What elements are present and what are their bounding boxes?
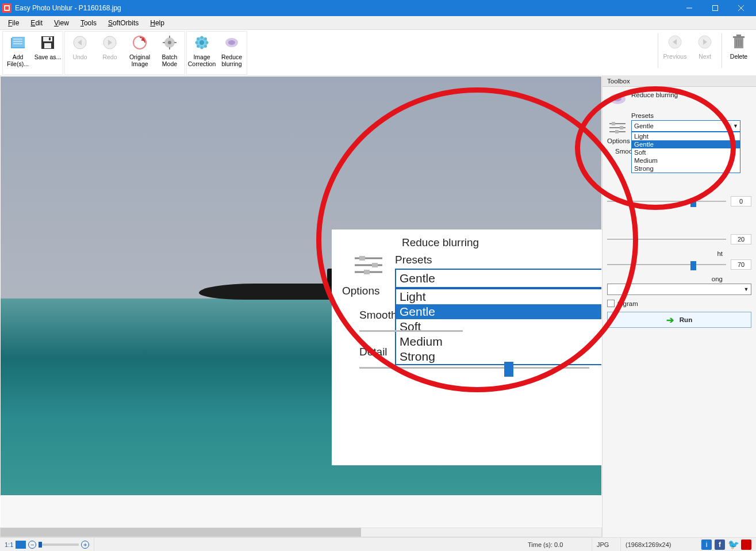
zoom-in-icon[interactable]: + bbox=[81, 541, 89, 549]
previous-icon bbox=[666, 33, 684, 51]
horizontal-scrollbar[interactable] bbox=[0, 527, 602, 537]
reduce-blurring-icon bbox=[222, 34, 241, 51]
slider-b[interactable] bbox=[607, 260, 726, 269]
previous-label: Previous bbox=[663, 53, 688, 60]
presets-dropdown: Light Gentle Soft Medium Strong bbox=[631, 132, 740, 173]
svg-rect-57 bbox=[615, 130, 619, 133]
zoom-preset-option[interactable]: Light bbox=[396, 289, 601, 304]
menu-tools[interactable]: Tools bbox=[77, 18, 100, 28]
reduce-blurring-button[interactable]: Reduce blurring bbox=[217, 32, 247, 74]
run-button[interactable]: ➔ Run bbox=[607, 312, 751, 328]
run-label: Run bbox=[680, 316, 692, 323]
run-arrow-icon: ➔ bbox=[666, 315, 674, 326]
svg-rect-7 bbox=[12, 37, 25, 47]
chevron-down-icon: ▼ bbox=[731, 123, 740, 129]
preset-option[interactable]: Medium bbox=[632, 156, 740, 164]
detail-slider[interactable] bbox=[607, 197, 726, 206]
fit-icon[interactable] bbox=[16, 541, 26, 549]
chevron-down-icon: ▼ bbox=[742, 286, 751, 292]
menu-help[interactable]: Help bbox=[147, 18, 168, 28]
svg-rect-13 bbox=[44, 43, 51, 48]
svg-rect-14 bbox=[49, 37, 51, 40]
zoom-annotation-panel: Reduce blurring Options Presets Gentle ▼ bbox=[332, 229, 601, 465]
window-title: Easy Photo Unblur - P1160168.jpg bbox=[15, 4, 676, 12]
add-files-icon bbox=[9, 34, 27, 51]
redo-button[interactable]: Redo bbox=[95, 32, 125, 74]
previous-button[interactable]: Previous bbox=[660, 31, 690, 74]
status-format: JPG bbox=[592, 538, 621, 551]
slider-a-value[interactable]: 20 bbox=[731, 234, 751, 244]
delete-button[interactable]: Delete bbox=[724, 31, 754, 74]
image-correction-button[interactable]: Image Correction bbox=[187, 32, 217, 74]
batch-mode-button[interactable]: Batch Mode bbox=[155, 32, 185, 74]
svg-rect-40 bbox=[736, 35, 741, 36]
next-button[interactable]: Next bbox=[690, 31, 720, 74]
svg-rect-48 bbox=[372, 263, 378, 267]
preset-option[interactable]: Gentle bbox=[632, 140, 740, 148]
zoom-presets-label: Presets bbox=[395, 254, 601, 266]
zoom-out-icon[interactable]: − bbox=[28, 541, 36, 549]
zoom-slider[interactable] bbox=[39, 544, 79, 546]
toolbox-sidebar: Toolbox Reduce blurring Presets Gentle ▼… bbox=[602, 76, 756, 537]
add-files-button[interactable]: Add File(s)... bbox=[3, 32, 33, 74]
svg-rect-47 bbox=[359, 256, 365, 261]
image-correction-label: Image Correction bbox=[187, 53, 217, 67]
image-canvas[interactable]: Reduce blurring Options Presets Gentle ▼ bbox=[1, 76, 601, 527]
zoom-preset-option[interactable]: Gentle bbox=[396, 304, 601, 319]
section-title: Reduce blurring bbox=[631, 91, 678, 98]
param-b-label-fragment: ht bbox=[607, 250, 751, 257]
svg-point-27 bbox=[201, 47, 204, 49]
svg-point-19 bbox=[168, 41, 171, 44]
zoom-ratio[interactable]: 1:1 bbox=[5, 541, 13, 548]
svg-point-32 bbox=[197, 45, 199, 48]
zoom-detail-slider[interactable] bbox=[359, 361, 589, 374]
app-icon bbox=[2, 3, 11, 13]
preset-option[interactable]: Soft bbox=[632, 148, 740, 156]
zoom-smoothing-slider[interactable] bbox=[359, 324, 463, 338]
svg-rect-39 bbox=[733, 36, 745, 38]
svg-point-26 bbox=[201, 36, 204, 39]
save-as-label: Save as... bbox=[34, 53, 62, 60]
svg-point-35 bbox=[228, 40, 235, 45]
twitter-icon[interactable]: 🐦 bbox=[728, 539, 738, 550]
undo-button[interactable]: Undo bbox=[65, 32, 95, 74]
param-c-combo[interactable]: ▼ bbox=[607, 284, 751, 295]
original-image-icon bbox=[131, 34, 149, 51]
close-button[interactable] bbox=[728, 0, 754, 16]
titlebar: Easy Photo Unblur - P1160168.jpg bbox=[0, 0, 756, 16]
original-image-button[interactable]: Original Image bbox=[125, 32, 155, 74]
redo-label: Redo bbox=[102, 53, 117, 60]
reduce-blurring-icon bbox=[607, 90, 628, 108]
detail-value-fragment: 0 bbox=[731, 196, 751, 206]
svg-rect-12 bbox=[43, 37, 52, 41]
original-image-label: Original Image bbox=[125, 53, 155, 67]
minimize-button[interactable] bbox=[676, 0, 702, 16]
slider-a[interactable] bbox=[607, 235, 726, 244]
facebook-icon[interactable]: f bbox=[715, 539, 725, 550]
youtube-icon[interactable] bbox=[741, 539, 751, 550]
preset-option[interactable]: Light bbox=[632, 132, 740, 140]
maximize-button[interactable] bbox=[702, 0, 728, 16]
menu-file[interactable]: File bbox=[5, 18, 22, 28]
next-label: Next bbox=[698, 53, 712, 60]
menu-softorbits[interactable]: SoftOrbits bbox=[105, 18, 142, 28]
presets-combo[interactable]: Gentle ▼ Light Gentle Soft Medium Strong bbox=[631, 120, 740, 132]
svg-rect-49 bbox=[364, 270, 370, 274]
slider-b-value[interactable]: 70 bbox=[731, 259, 751, 270]
save-as-button[interactable]: Save as... bbox=[33, 32, 63, 74]
undo-label: Undo bbox=[72, 53, 87, 60]
sliders-icon bbox=[352, 254, 385, 277]
histogram-checkbox[interactable]: togram bbox=[607, 300, 751, 307]
preset-option[interactable]: Strong bbox=[632, 164, 740, 173]
zoom-presets-combo[interactable]: Gentle ▼ Light Gentle Soft Medium Strong bbox=[395, 269, 601, 288]
image-correction-icon bbox=[193, 34, 211, 51]
toolbox-title: Toolbox bbox=[603, 76, 756, 87]
menu-view[interactable]: View bbox=[51, 18, 72, 28]
info-icon[interactable]: i bbox=[701, 539, 712, 550]
presets-label: Presets bbox=[631, 112, 751, 119]
svg-point-25 bbox=[199, 40, 204, 45]
menu-edit[interactable]: Edit bbox=[27, 18, 46, 28]
undo-icon bbox=[71, 34, 89, 51]
trash-icon bbox=[730, 33, 748, 51]
presets-selected: Gentle bbox=[632, 123, 731, 129]
